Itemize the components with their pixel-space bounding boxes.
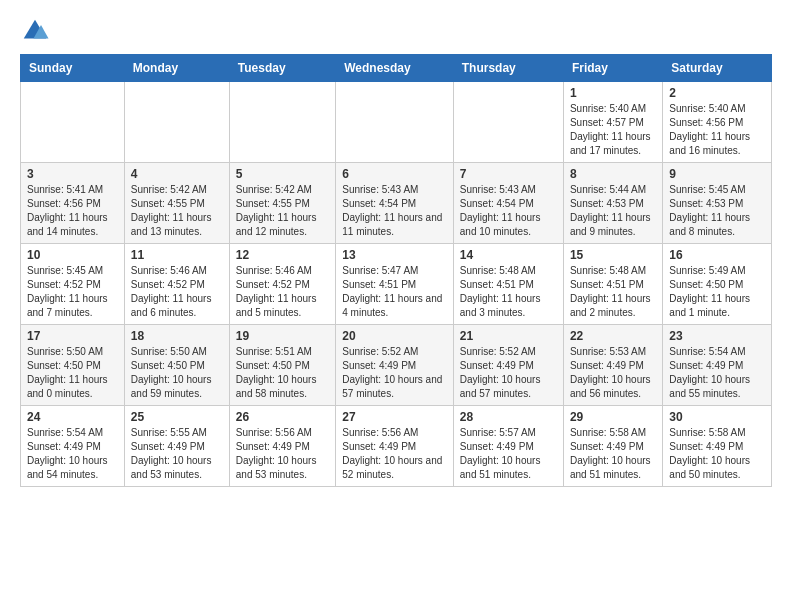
logo: [20, 16, 54, 46]
day-number: 7: [460, 167, 557, 181]
calendar-cell: [453, 82, 563, 163]
calendar-cell: 8Sunrise: 5:44 AM Sunset: 4:53 PM Daylig…: [563, 163, 662, 244]
day-info: Sunrise: 5:48 AM Sunset: 4:51 PM Dayligh…: [460, 264, 557, 320]
day-info: Sunrise: 5:45 AM Sunset: 4:52 PM Dayligh…: [27, 264, 118, 320]
calendar-cell: 30Sunrise: 5:58 AM Sunset: 4:49 PM Dayli…: [663, 406, 772, 487]
calendar-cell: 6Sunrise: 5:43 AM Sunset: 4:54 PM Daylig…: [336, 163, 454, 244]
day-info: Sunrise: 5:50 AM Sunset: 4:50 PM Dayligh…: [131, 345, 223, 401]
calendar-cell: 14Sunrise: 5:48 AM Sunset: 4:51 PM Dayli…: [453, 244, 563, 325]
day-info: Sunrise: 5:55 AM Sunset: 4:49 PM Dayligh…: [131, 426, 223, 482]
day-info: Sunrise: 5:45 AM Sunset: 4:53 PM Dayligh…: [669, 183, 765, 239]
day-number: 1: [570, 86, 656, 100]
day-number: 25: [131, 410, 223, 424]
day-info: Sunrise: 5:49 AM Sunset: 4:50 PM Dayligh…: [669, 264, 765, 320]
day-info: Sunrise: 5:54 AM Sunset: 4:49 PM Dayligh…: [27, 426, 118, 482]
calendar-cell: [21, 82, 125, 163]
calendar-cell: 11Sunrise: 5:46 AM Sunset: 4:52 PM Dayli…: [124, 244, 229, 325]
day-number: 15: [570, 248, 656, 262]
day-number: 14: [460, 248, 557, 262]
day-number: 24: [27, 410, 118, 424]
day-info: Sunrise: 5:52 AM Sunset: 4:49 PM Dayligh…: [460, 345, 557, 401]
weekday-header-monday: Monday: [124, 55, 229, 82]
day-number: 2: [669, 86, 765, 100]
day-info: Sunrise: 5:52 AM Sunset: 4:49 PM Dayligh…: [342, 345, 447, 401]
day-number: 22: [570, 329, 656, 343]
day-number: 9: [669, 167, 765, 181]
day-info: Sunrise: 5:50 AM Sunset: 4:50 PM Dayligh…: [27, 345, 118, 401]
calendar-cell: 7Sunrise: 5:43 AM Sunset: 4:54 PM Daylig…: [453, 163, 563, 244]
calendar-week-row: 24Sunrise: 5:54 AM Sunset: 4:49 PM Dayli…: [21, 406, 772, 487]
calendar-cell: 17Sunrise: 5:50 AM Sunset: 4:50 PM Dayli…: [21, 325, 125, 406]
day-info: Sunrise: 5:40 AM Sunset: 4:57 PM Dayligh…: [570, 102, 656, 158]
calendar-cell: 3Sunrise: 5:41 AM Sunset: 4:56 PM Daylig…: [21, 163, 125, 244]
header: [20, 16, 772, 46]
weekday-header-sunday: Sunday: [21, 55, 125, 82]
calendar-cell: [124, 82, 229, 163]
calendar-cell: 16Sunrise: 5:49 AM Sunset: 4:50 PM Dayli…: [663, 244, 772, 325]
calendar-cell: 24Sunrise: 5:54 AM Sunset: 4:49 PM Dayli…: [21, 406, 125, 487]
calendar-cell: 5Sunrise: 5:42 AM Sunset: 4:55 PM Daylig…: [229, 163, 335, 244]
calendar-cell: 19Sunrise: 5:51 AM Sunset: 4:50 PM Dayli…: [229, 325, 335, 406]
day-info: Sunrise: 5:58 AM Sunset: 4:49 PM Dayligh…: [669, 426, 765, 482]
calendar-cell: [229, 82, 335, 163]
calendar-cell: 2Sunrise: 5:40 AM Sunset: 4:56 PM Daylig…: [663, 82, 772, 163]
day-number: 6: [342, 167, 447, 181]
calendar-week-row: 3Sunrise: 5:41 AM Sunset: 4:56 PM Daylig…: [21, 163, 772, 244]
calendar-cell: 9Sunrise: 5:45 AM Sunset: 4:53 PM Daylig…: [663, 163, 772, 244]
day-number: 4: [131, 167, 223, 181]
day-number: 13: [342, 248, 447, 262]
day-number: 5: [236, 167, 329, 181]
day-info: Sunrise: 5:51 AM Sunset: 4:50 PM Dayligh…: [236, 345, 329, 401]
calendar-cell: 29Sunrise: 5:58 AM Sunset: 4:49 PM Dayli…: [563, 406, 662, 487]
calendar-cell: 4Sunrise: 5:42 AM Sunset: 4:55 PM Daylig…: [124, 163, 229, 244]
calendar-cell: 18Sunrise: 5:50 AM Sunset: 4:50 PM Dayli…: [124, 325, 229, 406]
day-info: Sunrise: 5:48 AM Sunset: 4:51 PM Dayligh…: [570, 264, 656, 320]
day-info: Sunrise: 5:44 AM Sunset: 4:53 PM Dayligh…: [570, 183, 656, 239]
day-info: Sunrise: 5:46 AM Sunset: 4:52 PM Dayligh…: [131, 264, 223, 320]
calendar-cell: 20Sunrise: 5:52 AM Sunset: 4:49 PM Dayli…: [336, 325, 454, 406]
calendar-cell: 15Sunrise: 5:48 AM Sunset: 4:51 PM Dayli…: [563, 244, 662, 325]
calendar-week-row: 17Sunrise: 5:50 AM Sunset: 4:50 PM Dayli…: [21, 325, 772, 406]
calendar-cell: 23Sunrise: 5:54 AM Sunset: 4:49 PM Dayli…: [663, 325, 772, 406]
weekday-header-thursday: Thursday: [453, 55, 563, 82]
calendar-cell: 1Sunrise: 5:40 AM Sunset: 4:57 PM Daylig…: [563, 82, 662, 163]
day-number: 3: [27, 167, 118, 181]
day-number: 27: [342, 410, 447, 424]
calendar-cell: 21Sunrise: 5:52 AM Sunset: 4:49 PM Dayli…: [453, 325, 563, 406]
calendar-cell: 10Sunrise: 5:45 AM Sunset: 4:52 PM Dayli…: [21, 244, 125, 325]
day-number: 16: [669, 248, 765, 262]
day-info: Sunrise: 5:43 AM Sunset: 4:54 PM Dayligh…: [460, 183, 557, 239]
weekday-header-saturday: Saturday: [663, 55, 772, 82]
day-number: 10: [27, 248, 118, 262]
logo-icon: [20, 16, 50, 46]
calendar-cell: 22Sunrise: 5:53 AM Sunset: 4:49 PM Dayli…: [563, 325, 662, 406]
calendar-cell: 27Sunrise: 5:56 AM Sunset: 4:49 PM Dayli…: [336, 406, 454, 487]
day-info: Sunrise: 5:47 AM Sunset: 4:51 PM Dayligh…: [342, 264, 447, 320]
day-info: Sunrise: 5:56 AM Sunset: 4:49 PM Dayligh…: [342, 426, 447, 482]
calendar-cell: 26Sunrise: 5:56 AM Sunset: 4:49 PM Dayli…: [229, 406, 335, 487]
day-number: 12: [236, 248, 329, 262]
day-info: Sunrise: 5:58 AM Sunset: 4:49 PM Dayligh…: [570, 426, 656, 482]
day-number: 23: [669, 329, 765, 343]
day-number: 17: [27, 329, 118, 343]
calendar-table: SundayMondayTuesdayWednesdayThursdayFrid…: [20, 54, 772, 487]
calendar-cell: 12Sunrise: 5:46 AM Sunset: 4:52 PM Dayli…: [229, 244, 335, 325]
day-info: Sunrise: 5:57 AM Sunset: 4:49 PM Dayligh…: [460, 426, 557, 482]
day-number: 26: [236, 410, 329, 424]
day-info: Sunrise: 5:42 AM Sunset: 4:55 PM Dayligh…: [131, 183, 223, 239]
day-number: 30: [669, 410, 765, 424]
calendar-cell: 25Sunrise: 5:55 AM Sunset: 4:49 PM Dayli…: [124, 406, 229, 487]
weekday-header-row: SundayMondayTuesdayWednesdayThursdayFrid…: [21, 55, 772, 82]
day-number: 28: [460, 410, 557, 424]
day-info: Sunrise: 5:40 AM Sunset: 4:56 PM Dayligh…: [669, 102, 765, 158]
day-number: 20: [342, 329, 447, 343]
day-info: Sunrise: 5:56 AM Sunset: 4:49 PM Dayligh…: [236, 426, 329, 482]
calendar-week-row: 1Sunrise: 5:40 AM Sunset: 4:57 PM Daylig…: [21, 82, 772, 163]
calendar-week-row: 10Sunrise: 5:45 AM Sunset: 4:52 PM Dayli…: [21, 244, 772, 325]
day-info: Sunrise: 5:43 AM Sunset: 4:54 PM Dayligh…: [342, 183, 447, 239]
day-info: Sunrise: 5:46 AM Sunset: 4:52 PM Dayligh…: [236, 264, 329, 320]
day-info: Sunrise: 5:42 AM Sunset: 4:55 PM Dayligh…: [236, 183, 329, 239]
weekday-header-friday: Friday: [563, 55, 662, 82]
calendar-cell: 13Sunrise: 5:47 AM Sunset: 4:51 PM Dayli…: [336, 244, 454, 325]
day-number: 11: [131, 248, 223, 262]
